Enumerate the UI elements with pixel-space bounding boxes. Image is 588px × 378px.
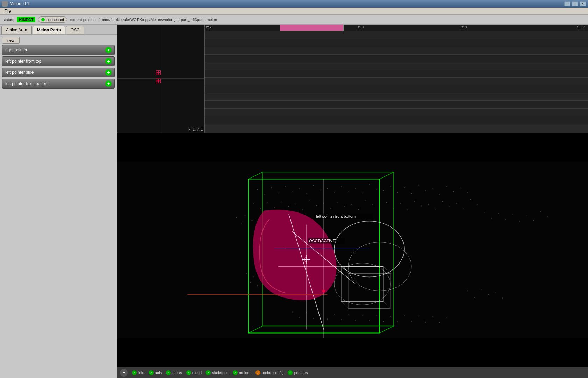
scene-svg: left pointer front bottom OCCT(ACTIVE) (117, 133, 588, 367)
timeline-marker-z1: z: 1 (462, 25, 467, 29)
cloud-check: ✓ (186, 370, 191, 375)
menu-file[interactable]: File (1, 8, 14, 14)
melon-icon (2, 1, 8, 7)
tab-active-area[interactable]: Active Area (1, 26, 32, 34)
svg-point-92 (257, 285, 258, 286)
svg-point-16 (299, 188, 300, 189)
part-add-left-pointer-front-top[interactable]: + (105, 58, 112, 64)
status-item-info[interactable]: ✓ info (132, 370, 145, 375)
status-bar: status: KINECT connected current project… (0, 15, 588, 24)
svg-point-14 (285, 186, 286, 187)
part-row-right-pointer[interactable]: right pointer + (2, 45, 115, 55)
viewport-3d[interactable]: left pointer front bottom OCCT(ACTIVE) (117, 133, 588, 367)
svg-point-26 (369, 184, 370, 185)
minimize-button[interactable]: — (564, 1, 570, 6)
timeline-row-9 (205, 93, 588, 101)
part-row-left-pointer-front-top[interactable]: left pointer front top + (2, 56, 115, 66)
status-item-axis[interactable]: ✓ axis (149, 370, 162, 375)
svg-point-103 (313, 318, 314, 319)
left-panel: Active Area Melon Parts OSC new right po… (0, 24, 117, 378)
main-layout: Active Area Melon Parts OSC new right po… (0, 24, 588, 378)
svg-point-84 (519, 220, 520, 222)
svg-point-11 (264, 195, 265, 195)
axis-label: axis (155, 371, 162, 375)
right-panel: x: 0, y: 0 (117, 24, 588, 378)
timeline-row-5 (205, 62, 588, 70)
pointers-label: pointers (294, 371, 308, 375)
svg-point-20 (327, 188, 328, 189)
status-item-melons[interactable]: ✓ melons (233, 370, 251, 375)
tab-melon-parts[interactable]: Melon Parts (33, 26, 65, 34)
part-add-left-pointer-side[interactable]: + (105, 69, 112, 76)
svg-point-55 (351, 204, 352, 205)
timeline-playhead (343, 24, 344, 31)
part-add-left-pointer-front-bottom[interactable]: + (105, 80, 112, 87)
title-controls: — □ ✕ (564, 1, 586, 6)
svg-point-15 (292, 191, 293, 192)
svg-point-70 (456, 203, 457, 204)
svg-point-111 (369, 320, 370, 321)
svg-point-94 (467, 291, 468, 292)
svg-point-74 (236, 217, 237, 218)
svg-point-21 (334, 192, 335, 193)
viewport-2d-canvas[interactable] (117, 24, 204, 133)
svg-point-81 (498, 213, 499, 214)
status-item-areas[interactable]: ✓ areas (166, 370, 182, 375)
status-item-melon-config[interactable]: ✓ melon config (255, 370, 284, 375)
svg-rect-9 (117, 162, 588, 338)
part-label-right-pointer: right pointer (5, 48, 105, 52)
areas-check: ✓ (166, 370, 171, 375)
svg-point-19 (320, 190, 321, 191)
status-item-cloud[interactable]: ✓ cloud (186, 370, 202, 375)
melons-check: ✓ (233, 370, 238, 375)
svg-point-36 (439, 194, 440, 195)
svg-point-105 (327, 318, 328, 320)
status-item-skeletons[interactable]: ✓ skeletons (206, 370, 228, 375)
svg-point-72 (470, 199, 471, 200)
svg-point-110 (362, 315, 363, 316)
melon-config-check: ✓ (255, 370, 260, 375)
svg-text:OCCT(ACTIVE): OCCT(ACTIVE) (309, 239, 336, 243)
svg-point-46 (288, 206, 289, 207)
tabs: Active Area Melon Parts OSC (0, 24, 117, 35)
pointers-check: ✓ (288, 370, 293, 375)
timeline-marker-z22: z: 2.2 (577, 25, 585, 29)
timeline-row-6 (205, 70, 588, 78)
left-content: new right pointer + left pointer front t… (0, 35, 117, 378)
svg-point-29 (390, 186, 391, 187)
svg-point-12 (271, 187, 272, 188)
viewport-2d[interactable]: x: 0, y: 0 (117, 24, 205, 133)
timeline-row-2 (205, 39, 588, 47)
svg-point-45 (281, 202, 282, 202)
part-row-left-pointer-front-bottom[interactable]: left pointer front bottom + (2, 79, 115, 89)
svg-point-78 (252, 220, 253, 221)
close-button[interactable]: ✕ (580, 1, 586, 6)
part-row-left-pointer-side[interactable]: left pointer side + (2, 68, 115, 77)
svg-point-35 (432, 189, 433, 189)
new-button[interactable]: new (2, 37, 20, 44)
part-add-right-pointer[interactable]: + (105, 47, 112, 53)
svg-point-109 (355, 320, 356, 321)
tab-osc[interactable]: OSC (66, 26, 84, 34)
status-item-pointers[interactable]: ✓ pointers (288, 370, 308, 375)
svg-point-68 (442, 201, 443, 202)
svg-point-104 (320, 314, 321, 314)
maximize-button[interactable]: □ (572, 1, 578, 6)
timeline[interactable]: z: -1 z: 0 z: 1 z: 2.2 (205, 24, 588, 133)
svg-point-64 (414, 201, 415, 202)
svg-point-27 (376, 189, 377, 190)
window-title: Melon: 0.1 (10, 1, 29, 6)
timeline-marker-z0: z: 0 (358, 25, 364, 29)
svg-point-33 (418, 185, 419, 186)
svg-point-100 (292, 312, 293, 313)
play-button[interactable]: ● (120, 369, 128, 377)
svg-point-97 (488, 294, 489, 295)
svg-point-52 (330, 208, 331, 209)
svg-point-62 (400, 203, 401, 204)
svg-point-13 (278, 193, 279, 194)
svg-point-60 (386, 202, 387, 203)
svg-point-24 (355, 188, 356, 189)
svg-point-112 (376, 316, 377, 316)
svg-point-108 (348, 315, 349, 315)
svg-point-65 (421, 206, 422, 206)
